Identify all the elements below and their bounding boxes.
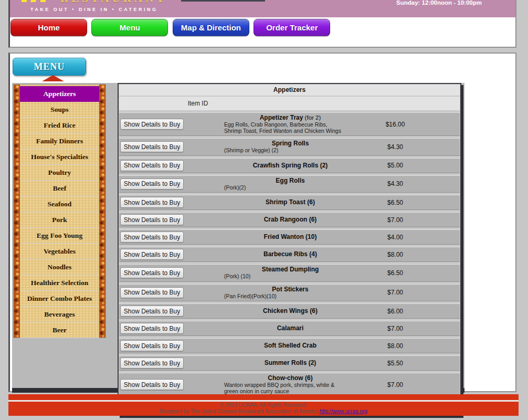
sidebar-item-family-dinners[interactable]: Family Dinners bbox=[20, 133, 99, 149]
item-price: $6.00 bbox=[356, 308, 434, 315]
main-content-container: MENU Appetizers Soups Fried Rice Family … bbox=[8, 52, 516, 392]
show-details-to-buy-button[interactable]: Show Details to Buy bbox=[120, 306, 184, 317]
sidebar-item-poultry[interactable]: Poultry bbox=[20, 165, 99, 181]
item-price: $7.00 bbox=[356, 216, 434, 224]
show-details-to-buy-button[interactable]: Show Details to Buy bbox=[120, 160, 184, 171]
item-name: Soft Shelled Crab bbox=[264, 342, 316, 349]
show-details-to-buy-button[interactable]: Show Details to Buy bbox=[120, 379, 184, 390]
sidebar-item-noodles[interactable]: Noodles bbox=[20, 259, 99, 275]
logo-fragment-icon bbox=[30, 0, 37, 2]
item-name: Crab Rangoon (6) bbox=[264, 216, 317, 223]
sidebar-item-vegetables[interactable]: Vegetables bbox=[20, 244, 99, 259]
footer: © 2013 UCRAA. All Rights Reserved. Desig… bbox=[8, 394, 519, 416]
sidebar-item-beverages[interactable]: Beverages bbox=[20, 307, 99, 322]
sidebar-item-healthier-selection[interactable]: Healthier Selection bbox=[20, 275, 99, 291]
sidebar-item-seafood[interactable]: Seafood bbox=[20, 196, 99, 212]
menu-item-row: Show Details to Buy Egg Rolls (Pork)(2) … bbox=[119, 175, 460, 193]
item-price: $4.30 bbox=[356, 180, 434, 187]
item-price: $7.00 bbox=[356, 325, 434, 332]
item-price: $5.50 bbox=[356, 360, 434, 367]
table-title: Appetizers bbox=[119, 85, 460, 96]
copyright-text: © 2013 UCRAA. All Rights Reserved. bbox=[8, 402, 519, 408]
item-price: $4.30 bbox=[356, 143, 434, 151]
show-details-to-buy-button[interactable]: Show Details to Buy bbox=[120, 340, 184, 351]
sidebar-item-fried-rice[interactable]: Fried Rice bbox=[20, 118, 99, 133]
menu-dropdown-button[interactable]: MENU bbox=[13, 58, 86, 76]
item-description: (Pan Fried)(Pork)(10) bbox=[224, 293, 346, 300]
show-details-to-buy-button[interactable]: Show Details to Buy bbox=[120, 214, 184, 225]
footer-text-bar: © 2013 UCRAA. All Rights Reserved. Desig… bbox=[8, 402, 519, 416]
sidebar-item-soups[interactable]: Soups bbox=[20, 102, 99, 118]
menu-item-row: Show Details to Buy Shrimp Toast (6) $6.… bbox=[119, 195, 460, 210]
show-details-to-buy-button[interactable]: Show Details to Buy bbox=[120, 178, 184, 190]
menu-item-row: Show Details to Buy Spring Rolls (Shrimp… bbox=[119, 138, 460, 156]
opening-hours: Sunday: 12:00noon - 10:00pm bbox=[396, 0, 482, 6]
item-price: $6.50 bbox=[356, 199, 434, 206]
menu-dropdown-wrap: MENU bbox=[13, 58, 86, 76]
item-description: Egg Rolls, Crab Rangoon, Barbecue Ribs, … bbox=[224, 122, 346, 134]
sidebar-item-appetizers[interactable]: Appetizers bbox=[20, 86, 99, 102]
table-column-header-row: Item ID bbox=[119, 97, 460, 110]
arrow-up-icon bbox=[42, 75, 64, 81]
menu-item-row: Show Details to Buy Calamari $7.00 bbox=[119, 321, 460, 336]
item-description: (Shrimp or Veggie) (2) bbox=[224, 148, 346, 154]
logo-fragment-icon bbox=[40, 0, 46, 2]
show-details-to-buy-button[interactable]: Show Details to Buy bbox=[120, 232, 184, 243]
nav-button-menu[interactable]: Menu bbox=[91, 19, 168, 36]
item-name: Spring Rolls bbox=[272, 140, 309, 147]
category-list: Appetizers Soups Fried Rice Family Dinne… bbox=[20, 85, 99, 338]
item-price: $6.50 bbox=[356, 269, 434, 277]
menu-item-row: Show Details to Buy Summer Rolls (2) $5.… bbox=[119, 355, 460, 371]
menu-item-row: Show Details to Buy Fried Wanton (10) $4… bbox=[119, 229, 460, 245]
nav-button-home[interactable]: Home bbox=[10, 19, 87, 36]
footer-accent-bar bbox=[8, 394, 519, 400]
menu-content-panel: Appetizers Soups Fried Rice Family Dinne… bbox=[12, 83, 464, 388]
item-name: Summer Rolls (2) bbox=[265, 359, 316, 366]
sidebar-item-beef[interactable]: Beef bbox=[20, 181, 99, 196]
item-name: Barbecue Ribs (4) bbox=[263, 250, 317, 258]
show-details-to-buy-button[interactable]: Show Details to Buy bbox=[120, 287, 184, 298]
nav-button-order-tracker[interactable]: Order Tracker bbox=[254, 19, 330, 36]
sidebar-item-dinner-combo-plates[interactable]: Dinner Combo Plates bbox=[20, 291, 99, 307]
item-name: Shrimp Toast (6) bbox=[266, 198, 315, 206]
sidebar-item-pork[interactable]: Pork bbox=[20, 212, 99, 228]
show-details-to-buy-button[interactable]: Show Details to Buy bbox=[120, 197, 184, 208]
item-price: $5.00 bbox=[356, 162, 434, 169]
item-name: Steamed Dumpling bbox=[262, 266, 319, 273]
sidebar-item-beer[interactable]: Beer bbox=[20, 322, 99, 338]
nav-button-map-direction[interactable]: Map & Direction bbox=[173, 19, 249, 36]
category-sidebar: Appetizers Soups Fried Rice Family Dinne… bbox=[13, 84, 106, 338]
item-name: Pot Stickers bbox=[272, 286, 308, 293]
cropped-banner-edge bbox=[181, 0, 265, 2]
menu-item-row: Show Details to Buy Barbecue Ribs (4) $8… bbox=[119, 247, 460, 262]
main-navigation: Home Menu Map & Direction Order Tracker bbox=[10, 17, 515, 36]
sidebar-item-house-s-specialties[interactable]: House's Specialties bbox=[20, 149, 99, 165]
item-name: Chow-chow (6) bbox=[268, 374, 312, 382]
show-details-to-buy-button[interactable]: Show Details to Buy bbox=[120, 358, 184, 369]
ornament-border-right bbox=[99, 85, 105, 338]
item-description: (Pork)(2) bbox=[224, 185, 346, 191]
item-name: Appetizer Tray bbox=[260, 114, 303, 121]
menu-item-row: Show Details to Buy Crab Rangoon (6) $7.… bbox=[119, 212, 460, 227]
item-price: $7.00 bbox=[356, 289, 434, 296]
ucraa-link[interactable]: http://www.ucraa.org bbox=[320, 408, 367, 414]
item-name: Crawfish Spring Rolls (2) bbox=[253, 162, 328, 169]
show-details-to-buy-button[interactable]: Show Details to Buy bbox=[120, 141, 184, 152]
item-name: Egg Rolls bbox=[276, 177, 304, 184]
restaurant-logo-text: RESTAURANT bbox=[60, 0, 167, 5]
sidebar-item-egg-foo-young[interactable]: Egg Foo Young bbox=[20, 228, 99, 244]
menu-item-row: Show Details to Buy Crawfish Spring Roll… bbox=[119, 158, 460, 173]
item-name: Fried Wanton (10) bbox=[264, 233, 317, 240]
item-price: $16.00 bbox=[356, 121, 434, 128]
top-header-container: RESTAURANT TAKE OUT • DINE IN • CATERING… bbox=[8, 0, 516, 48]
show-details-to-buy-button[interactable]: Show Details to Buy bbox=[120, 119, 184, 130]
show-details-to-buy-button[interactable]: Show Details to Buy bbox=[120, 323, 184, 334]
item-description: (Pork) (10) bbox=[224, 274, 346, 280]
tagline: TAKE OUT • DINE IN • CATERING bbox=[30, 7, 157, 12]
item-name: Chicken Wings (6) bbox=[263, 307, 318, 314]
show-details-to-buy-button[interactable]: Show Details to Buy bbox=[120, 249, 184, 260]
show-details-to-buy-button[interactable]: Show Details to Buy bbox=[120, 267, 184, 278]
item-description: Wanton wrapped BBQ pork, shrimps, white … bbox=[224, 382, 346, 394]
item-name: Calamari bbox=[277, 324, 304, 332]
item-price: $4.00 bbox=[356, 234, 434, 241]
